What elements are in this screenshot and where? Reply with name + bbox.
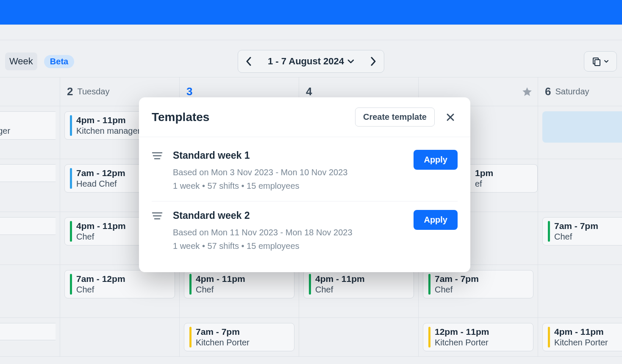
shift-time: 4pm - 11pm [196, 274, 245, 284]
shift-color-bar [189, 327, 192, 347]
shift-role: Kitchen Porter [435, 338, 489, 347]
shift-color-bar [70, 115, 72, 136]
leave-card[interactable]: AM [542, 111, 622, 143]
shift-time: 4pm - 11pm [315, 274, 365, 284]
template-item: Standard week 2 Based on Mon 11 Nov 2023… [152, 201, 458, 261]
shift-card[interactable]: 7am - 12pm Chef [64, 270, 175, 298]
cell[interactable]: 4pm - 11pm Chef [180, 265, 299, 318]
shift-role: Kitchen manager [76, 126, 140, 136]
day-number: 4 [306, 85, 312, 98]
shift-time: 1pm [475, 168, 493, 178]
prev-week-button[interactable] [238, 50, 259, 72]
create-template-button[interactable]: Create template [355, 108, 435, 127]
cell[interactable] [60, 318, 180, 357]
shift-time: 4pm - 11pm [76, 221, 126, 231]
shift-role: Kitchen Porter [196, 338, 250, 347]
chevron-right-icon [370, 57, 376, 66]
apply-button[interactable]: Apply [414, 210, 458, 230]
shift-color-bar [548, 221, 550, 242]
shift-card[interactable]: 7am - 7pm Chef [542, 217, 622, 245]
shift-role: Kitchen Porter [554, 338, 608, 347]
shift-card-partial[interactable]: n nager [0, 111, 56, 140]
cell: n [0, 159, 60, 212]
template-based-on: Based on Mon 3 Nov 2023 - Mon 10 Nov 202… [173, 165, 403, 179]
chevron-down-icon [604, 60, 609, 63]
shift-time: 4pm - 11pm [76, 115, 140, 125]
day-number: 3 [186, 85, 192, 98]
day-number: 6 [545, 85, 551, 98]
sub-banner [0, 25, 622, 40]
next-week-button[interactable] [363, 50, 384, 72]
view-toggle-week[interactable]: Week [5, 52, 37, 70]
chevron-down-icon [347, 59, 354, 63]
cell: n nager [0, 106, 60, 159]
close-button[interactable] [443, 110, 458, 124]
shift-role: Chef [315, 285, 365, 295]
cell[interactable]: 7am - 7pm Chef [419, 265, 538, 318]
shift-card[interactable]: 7am - 7pm Chef [423, 270, 533, 298]
shift-card-partial[interactable]: 1pm ef [470, 164, 538, 193]
cell[interactable] [538, 265, 622, 318]
svg-rect-1 [595, 60, 600, 66]
template-based-on: Based on Mon 11 Nov 2023 - Mon 18 Nov 20… [173, 226, 403, 239]
shift-card-partial[interactable]: n [0, 217, 56, 235]
shift-color-bar [189, 274, 192, 295]
shift-color-bar [309, 274, 311, 295]
cell[interactable]: AM [538, 106, 622, 159]
templates-modal: Templates Create template Standard week … [139, 97, 470, 272]
cell: er [0, 318, 60, 357]
shift-color-bar [70, 168, 72, 189]
template-name: Standard week 1 [173, 150, 403, 161]
shift-card[interactable]: 7am - 7pm Kitchen Porter [184, 323, 294, 351]
cell[interactable] [538, 159, 622, 212]
cell[interactable]: 12pm - 11pm Kitchen Porter [419, 318, 538, 357]
cell[interactable] [299, 318, 419, 357]
cell[interactable]: 7am - 12pm Chef [60, 265, 180, 318]
shift-color-bar [428, 274, 430, 295]
day-name: Tuesday [77, 87, 109, 97]
template-item: Standard week 1 Based on Mon 3 Nov 2023 … [152, 141, 458, 201]
day-name: Saturday [555, 87, 589, 97]
day-header-sat[interactable]: 6 Saturday [538, 77, 622, 106]
day-number: 2 [67, 85, 73, 98]
shift-color-bar [428, 327, 430, 347]
shift-color-bar [70, 221, 72, 242]
shift-color-bar [548, 327, 550, 347]
cell[interactable]: 7am - 7pm Chef [538, 212, 622, 265]
cell: n [0, 212, 60, 265]
date-navigator: 1 - 7 August 2024 [238, 50, 384, 73]
modal-header: Templates Create template [139, 97, 470, 137]
shift-role: Chef [76, 232, 126, 242]
date-range-label: 1 - 7 August 2024 [268, 56, 344, 67]
cell[interactable]: 4pm - 11pm Kitchen Porter [538, 318, 622, 357]
shift-card[interactable]: 4pm - 11pm Chef [184, 270, 294, 298]
shift-card-partial[interactable]: er [0, 323, 56, 340]
shift-card[interactable]: 4pm - 11pm Kitchen Porter [542, 323, 622, 351]
close-icon [446, 113, 455, 122]
shift-card-partial[interactable]: n [0, 164, 56, 182]
toolbar: Week Beta 1 - 7 August 2024 [0, 46, 622, 77]
chevron-left-icon [246, 57, 252, 66]
template-list: Standard week 1 Based on Mon 3 Nov 2023 … [139, 137, 470, 272]
shift-role: Chef [196, 285, 245, 295]
list-icon [152, 152, 163, 160]
shift-time: 7am - 7pm [435, 274, 479, 284]
day-header-partial [0, 77, 60, 106]
list-icon [152, 212, 163, 220]
shift-role: Chef [435, 285, 479, 295]
shift-role: Chef [554, 232, 598, 242]
shift-card[interactable]: 4pm - 11pm Chef [303, 270, 414, 298]
shift-role: nager [0, 126, 10, 136]
shift-time: 7am - 7pm [196, 327, 250, 337]
secondary-bar [0, 40, 622, 46]
copy-menu-button[interactable] [584, 51, 617, 72]
cell[interactable] [0, 265, 60, 318]
star-icon [522, 86, 533, 97]
date-range-selector[interactable]: 1 - 7 August 2024 [259, 56, 363, 67]
cell[interactable]: 7am - 7pm Kitchen Porter [180, 318, 299, 357]
shift-card[interactable]: 12pm - 11pm Kitchen Porter [423, 323, 533, 351]
apply-button[interactable]: Apply [414, 150, 458, 170]
template-stats: 1 week • 57 shifts • 15 employees [173, 239, 403, 253]
shift-time: 7am - 7pm [554, 221, 598, 231]
cell[interactable]: 4pm - 11pm Chef [299, 265, 419, 318]
